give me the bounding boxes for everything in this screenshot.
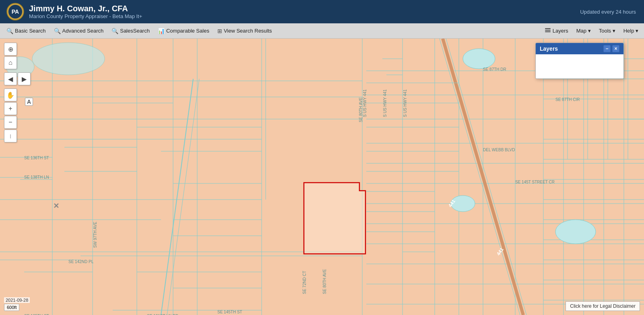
home-button[interactable]: ⌂ (4, 56, 17, 69)
nav-map[interactable]: Map ▾ (573, 26, 594, 35)
header-title: Jimmy H. Cowan, Jr., CFA (29, 4, 142, 13)
legal-disclaimer-button[interactable]: Click here for Legal Disclaimer (566, 301, 640, 311)
nav-comparable-sales-label: Comparable Sales (166, 28, 209, 34)
layers-panel-controls: − × (603, 45, 619, 52)
svg-rect-5 (545, 31, 551, 32)
header-text: Jimmy H. Cowan, Jr., CFA Marion County P… (29, 4, 142, 19)
zoom-in-button[interactable]: + (4, 102, 17, 115)
nav-sales-search[interactable]: 🔍 SalesSearch (107, 26, 154, 36)
svg-marker-125 (304, 183, 365, 254)
scale-bar: 600ft (4, 304, 19, 311)
header-subtitle: Marion County Property Appraiser - Beta … (29, 13, 142, 19)
parcel-outline (0, 39, 644, 315)
layers-panel-header: Layers − × (536, 43, 623, 54)
layers-icon (545, 27, 551, 35)
map-label-a: A (25, 98, 33, 106)
map-container[interactable]: S US HWY 441 S US HWY 441 S US HWY 441 S… (0, 39, 644, 315)
nav-basic-search[interactable]: 🔍 Basic Search (2, 26, 50, 36)
nav-help-label: Help ▾ (623, 28, 638, 34)
date-label: 2021-09-28 (6, 298, 28, 303)
scale-label: 600ft (7, 305, 17, 310)
nav-basic-search-label: Basic Search (15, 28, 46, 34)
date-stamp: 2021-09-28 (4, 297, 30, 303)
nav-sales-search-label: SalesSearch (120, 28, 150, 34)
nav-view-search-results[interactable]: ⊞ View Search Results (213, 26, 276, 36)
chart-icon: 📊 (158, 28, 165, 34)
layers-panel: Layers − × (535, 43, 624, 79)
nav-arrows: ◀ ▶ (4, 72, 31, 85)
nav-advanced-search[interactable]: 🔍 Advanced Search (50, 26, 108, 36)
nav-advanced-search-label: Advanced Search (62, 28, 104, 34)
nav-tools[interactable]: Tools ▾ (596, 26, 619, 35)
map-controls: ⊕ ⌂ ◀ ▶ ✋ + − | (4, 43, 31, 142)
legal-disclaimer-label: Click here for Legal Disclaimer (570, 303, 636, 309)
svg-rect-3 (545, 28, 551, 29)
navbar: 🔍 Basic Search 🔍 Advanced Search 🔍 Sales… (0, 23, 644, 39)
app-logo: PA (6, 3, 24, 21)
nav-layers-label: Layers (553, 28, 568, 34)
nav-map-label: Map ▾ (576, 28, 591, 34)
header: PA Jimmy H. Cowan, Jr., CFA Marion Count… (0, 0, 644, 23)
search-icon-2: 🔍 (54, 28, 61, 34)
grid-icon: ⊞ (217, 28, 222, 34)
zoom-controls: + − | (4, 102, 31, 142)
search-icon: 🔍 (6, 28, 13, 34)
nav-comparable-sales[interactable]: 📊 Comparable Sales (154, 26, 213, 36)
search-icon-3: 🔍 (111, 28, 118, 34)
hand-tool-button[interactable]: ✋ (4, 89, 17, 101)
layers-panel-body (536, 54, 623, 78)
svg-rect-4 (545, 30, 551, 31)
layers-panel-title: Layers (540, 45, 558, 52)
layers-panel-close[interactable]: × (612, 45, 619, 52)
layers-panel-minimize[interactable]: − (603, 45, 611, 52)
zoom-bar: | (4, 130, 17, 142)
map-marker[interactable]: ✕ (53, 202, 59, 210)
nav-help[interactable]: Help ▾ (620, 26, 642, 35)
nav-layers[interactable]: Layers (541, 25, 572, 36)
nav-tools-label: Tools ▾ (599, 28, 615, 34)
pan-right-button[interactable]: ▶ (18, 72, 31, 85)
header-updated: Updated every 24 hours (580, 9, 636, 15)
crosshair-button[interactable]: ⊕ (4, 43, 17, 56)
svg-text:PA: PA (12, 8, 19, 15)
pan-left-button[interactable]: ◀ (4, 72, 17, 85)
zoom-out-button[interactable]: − (4, 116, 17, 129)
nav-view-search-results-label: View Search Results (224, 28, 272, 34)
nav-right: Layers Map ▾ Tools ▾ Help ▾ (541, 25, 642, 36)
